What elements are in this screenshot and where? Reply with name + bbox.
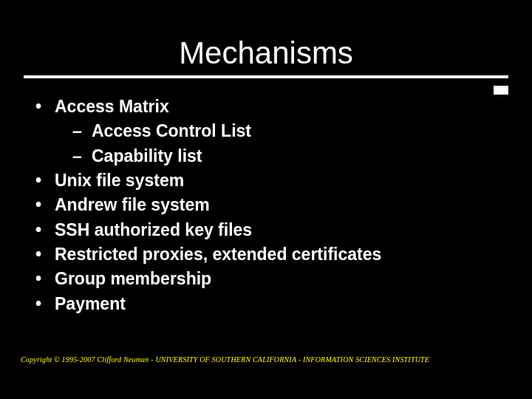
list-item: Restricted proxies, extended certificate… <box>30 242 502 267</box>
slide: Mechanisms Access Matrix Access Control … <box>0 0 532 399</box>
list-item: Unix file system <box>30 168 502 193</box>
bullet-text: SSH authorized key files <box>55 220 252 239</box>
list-item: SSH authorized key files <box>30 218 502 242</box>
list-item: Payment <box>30 292 502 316</box>
underline-notch <box>494 86 508 95</box>
bullet-text: Restricted proxies, extended certificate… <box>55 245 381 264</box>
list-item: Access Matrix Access Control List Capabi… <box>30 95 502 168</box>
slide-title: Mechanisms <box>0 35 532 71</box>
underline-line <box>24 75 508 78</box>
list-item: Group membership <box>30 267 502 291</box>
title-area: Mechanisms <box>0 0 532 78</box>
bullet-text: Payment <box>55 294 126 313</box>
bullet-text: Unix file system <box>55 171 184 190</box>
bullet-list: Access Matrix Access Control List Capabi… <box>30 95 502 316</box>
list-item: Access Control List <box>72 119 502 143</box>
copyright-footer: Copyright © 1995-2007 Clifford Neuman - … <box>21 355 429 364</box>
bullet-text: Andrew file system <box>55 195 210 214</box>
sub-list: Access Control List Capability list <box>55 119 502 168</box>
list-item: Capability list <box>72 144 502 168</box>
bullet-text: Access Matrix <box>55 97 169 116</box>
bullet-text: Group membership <box>55 269 211 288</box>
title-underline <box>0 75 532 78</box>
list-item: Andrew file system <box>30 193 502 217</box>
bullet-text: Capability list <box>92 146 202 166</box>
content-area: Access Matrix Access Control List Capabi… <box>0 78 532 316</box>
bullet-text: Access Control List <box>92 121 251 140</box>
